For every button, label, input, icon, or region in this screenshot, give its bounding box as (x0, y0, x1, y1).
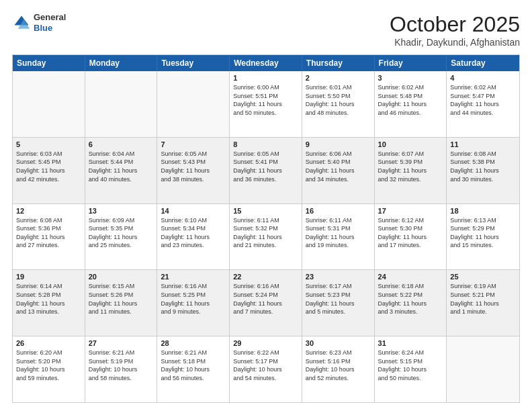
day-20: 20Sunrise: 6:15 AM Sunset: 5:26 PM Dayli… (85, 270, 158, 336)
day-27: 27Sunrise: 6:21 AM Sunset: 5:19 PM Dayli… (85, 336, 158, 402)
day-8: 8Sunrise: 6:05 AM Sunset: 5:41 PM Daylig… (230, 138, 302, 203)
day-info: Sunrise: 6:23 AM Sunset: 5:16 PM Dayligh… (306, 349, 371, 382)
day-number: 12 (16, 207, 81, 215)
day-number: 25 (450, 273, 516, 281)
page: General Blue October 2025 Khadir, Daykun… (0, 0, 532, 411)
day-info: Sunrise: 6:00 AM Sunset: 5:51 PM Dayligh… (233, 83, 298, 117)
day-info: Sunrise: 6:16 AM Sunset: 5:24 PM Dayligh… (233, 282, 298, 316)
day-info: Sunrise: 6:21 AM Sunset: 5:18 PM Dayligh… (161, 349, 226, 382)
day-17: 17Sunrise: 6:12 AM Sunset: 5:30 PM Dayli… (375, 204, 447, 270)
day-number: 22 (233, 273, 298, 281)
day-info: Sunrise: 6:19 AM Sunset: 5:21 PM Dayligh… (450, 282, 516, 316)
calendar-row-1: 5Sunrise: 6:03 AM Sunset: 5:45 PM Daylig… (13, 137, 519, 203)
day-info: Sunrise: 6:05 AM Sunset: 5:41 PM Dayligh… (233, 150, 298, 183)
day-info: Sunrise: 6:15 AM Sunset: 5:26 PM Dayligh… (89, 282, 154, 316)
day-6: 6Sunrise: 6:04 AM Sunset: 5:44 PM Daylig… (85, 138, 158, 203)
day-23: 23Sunrise: 6:17 AM Sunset: 5:23 PM Dayli… (302, 270, 375, 336)
day-number: 3 (378, 74, 443, 82)
day-24: 24Sunrise: 6:18 AM Sunset: 5:22 PM Dayli… (375, 270, 447, 336)
header: General Blue October 2025 Khadir, Daykun… (12, 12, 520, 48)
day-info: Sunrise: 6:14 AM Sunset: 5:28 PM Dayligh… (16, 282, 81, 316)
day-21: 21Sunrise: 6:16 AM Sunset: 5:25 PM Dayli… (157, 270, 230, 336)
day-number: 19 (16, 273, 81, 281)
weekday-monday: Monday (85, 55, 158, 71)
day-19: 19Sunrise: 6:14 AM Sunset: 5:28 PM Dayli… (13, 270, 85, 336)
day-25: 25Sunrise: 6:19 AM Sunset: 5:21 PM Dayli… (447, 270, 519, 336)
day-info: Sunrise: 6:01 AM Sunset: 5:50 PM Dayligh… (306, 83, 371, 117)
day-number: 15 (233, 207, 298, 215)
day-15: 15Sunrise: 6:11 AM Sunset: 5:32 PM Dayli… (230, 204, 302, 270)
day-info: Sunrise: 6:07 AM Sunset: 5:39 PM Dayligh… (378, 150, 443, 183)
day-info: Sunrise: 6:11 AM Sunset: 5:32 PM Dayligh… (233, 216, 298, 250)
day-16: 16Sunrise: 6:11 AM Sunset: 5:31 PM Dayli… (302, 204, 375, 270)
day-5: 5Sunrise: 6:03 AM Sunset: 5:45 PM Daylig… (13, 138, 85, 203)
weekday-sunday: Sunday (13, 55, 85, 71)
day-1: 1Sunrise: 6:00 AM Sunset: 5:51 PM Daylig… (230, 71, 302, 137)
day-number: 11 (450, 140, 516, 148)
day-14: 14Sunrise: 6:10 AM Sunset: 5:34 PM Dayli… (157, 204, 230, 270)
day-13: 13Sunrise: 6:09 AM Sunset: 5:35 PM Dayli… (85, 204, 158, 270)
day-info: Sunrise: 6:18 AM Sunset: 5:22 PM Dayligh… (378, 282, 443, 316)
day-info: Sunrise: 6:22 AM Sunset: 5:17 PM Dayligh… (233, 349, 298, 382)
day-info: Sunrise: 6:17 AM Sunset: 5:23 PM Dayligh… (306, 282, 371, 316)
day-number: 21 (161, 273, 226, 281)
day-info: Sunrise: 6:05 AM Sunset: 5:43 PM Dayligh… (161, 150, 226, 183)
day-info: Sunrise: 6:24 AM Sunset: 5:15 PM Dayligh… (378, 349, 443, 382)
empty-cell-0-2 (157, 71, 230, 137)
calendar-body: 1Sunrise: 6:00 AM Sunset: 5:51 PM Daylig… (13, 71, 519, 402)
day-2: 2Sunrise: 6:01 AM Sunset: 5:50 PM Daylig… (302, 71, 375, 137)
weekday-tuesday: Tuesday (157, 55, 230, 71)
day-number: 16 (306, 207, 371, 215)
calendar-row-3: 19Sunrise: 6:14 AM Sunset: 5:28 PM Dayli… (13, 269, 519, 336)
day-11: 11Sunrise: 6:08 AM Sunset: 5:38 PM Dayli… (447, 138, 519, 203)
day-number: 14 (161, 207, 226, 215)
day-number: 24 (378, 273, 443, 281)
day-info: Sunrise: 6:08 AM Sunset: 5:38 PM Dayligh… (450, 150, 516, 183)
day-info: Sunrise: 6:21 AM Sunset: 5:19 PM Dayligh… (89, 349, 154, 382)
day-28: 28Sunrise: 6:21 AM Sunset: 5:18 PM Dayli… (157, 336, 230, 402)
day-number: 4 (450, 74, 516, 82)
weekday-wednesday: Wednesday (230, 55, 302, 71)
day-number: 9 (306, 140, 371, 148)
day-number: 10 (378, 140, 443, 148)
day-info: Sunrise: 6:09 AM Sunset: 5:35 PM Dayligh… (89, 216, 154, 250)
day-info: Sunrise: 6:08 AM Sunset: 5:36 PM Dayligh… (16, 216, 81, 250)
day-info: Sunrise: 6:20 AM Sunset: 5:20 PM Dayligh… (16, 349, 81, 382)
empty-cell-0-0 (13, 71, 85, 137)
day-4: 4Sunrise: 6:02 AM Sunset: 5:47 PM Daylig… (447, 71, 519, 137)
day-number: 6 (89, 140, 154, 148)
day-12: 12Sunrise: 6:08 AM Sunset: 5:36 PM Dayli… (13, 204, 85, 270)
day-info: Sunrise: 6:10 AM Sunset: 5:34 PM Dayligh… (161, 216, 226, 250)
day-info: Sunrise: 6:16 AM Sunset: 5:25 PM Dayligh… (161, 282, 226, 316)
day-info: Sunrise: 6:02 AM Sunset: 5:47 PM Dayligh… (450, 83, 516, 117)
day-number: 23 (306, 273, 371, 281)
location: Khadir, Daykundi, Afghanistan (390, 37, 520, 48)
day-info: Sunrise: 6:12 AM Sunset: 5:30 PM Dayligh… (378, 216, 443, 250)
day-number: 28 (161, 339, 226, 347)
day-9: 9Sunrise: 6:06 AM Sunset: 5:40 PM Daylig… (302, 138, 375, 203)
calendar-row-4: 26Sunrise: 6:20 AM Sunset: 5:20 PM Dayli… (13, 336, 519, 402)
day-31: 31Sunrise: 6:24 AM Sunset: 5:15 PM Dayli… (375, 336, 447, 402)
day-info: Sunrise: 6:11 AM Sunset: 5:31 PM Dayligh… (306, 216, 371, 250)
day-29: 29Sunrise: 6:22 AM Sunset: 5:17 PM Dayli… (230, 336, 302, 402)
day-30: 30Sunrise: 6:23 AM Sunset: 5:16 PM Dayli… (302, 336, 375, 402)
day-number: 8 (233, 140, 298, 148)
day-info: Sunrise: 6:03 AM Sunset: 5:45 PM Dayligh… (16, 150, 81, 183)
title-block: October 2025 Khadir, Daykundi, Afghanist… (390, 12, 520, 48)
day-number: 7 (161, 140, 226, 148)
day-number: 30 (306, 339, 371, 347)
calendar-row-2: 12Sunrise: 6:08 AM Sunset: 5:36 PM Dayli… (13, 203, 519, 270)
day-info: Sunrise: 6:04 AM Sunset: 5:44 PM Dayligh… (89, 150, 154, 183)
month-title: October 2025 (390, 12, 520, 37)
logo-general-text: General (34, 12, 66, 23)
day-info: Sunrise: 6:13 AM Sunset: 5:29 PM Dayligh… (450, 216, 516, 250)
day-10: 10Sunrise: 6:07 AM Sunset: 5:39 PM Dayli… (375, 138, 447, 203)
day-number: 17 (378, 207, 443, 215)
day-number: 31 (378, 339, 443, 347)
day-number: 13 (89, 207, 154, 215)
day-number: 20 (89, 273, 154, 281)
calendar-row-0: 1Sunrise: 6:00 AM Sunset: 5:51 PM Daylig… (13, 71, 519, 137)
weekday-friday: Friday (375, 55, 447, 71)
day-number: 1 (233, 74, 298, 82)
day-number: 27 (89, 339, 154, 347)
